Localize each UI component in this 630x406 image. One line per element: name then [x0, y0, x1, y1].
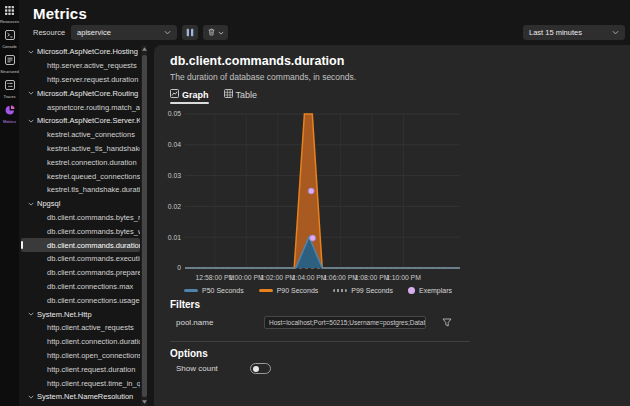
show-count-row: Show count	[176, 363, 271, 374]
resources-grid-icon	[5, 1, 14, 19]
tree-group-label: Microsoft.AspNetCore.Hosting	[37, 47, 138, 56]
tree-item[interactable]: kestrel.tls_handshake.duration	[21, 183, 140, 197]
time-range-select[interactable]: Last 15 minutes	[523, 25, 625, 40]
exemplar-swatch	[408, 287, 415, 294]
tree-item[interactable]: http.server.request.duration	[21, 73, 140, 87]
chevron-down-icon	[218, 31, 224, 35]
p99-swatch	[333, 289, 347, 292]
scroll-down-icon[interactable]	[141, 398, 147, 406]
tree-group-label: Npgsql	[37, 199, 60, 208]
metric-tree: Microsoft.AspNetCore.Hostinghttp.server.…	[19, 45, 141, 406]
sidebar-item-metrics[interactable]: Metrics	[0, 100, 19, 125]
metric-title: db.client.commands.duration	[170, 54, 344, 68]
nav-rail: Resources Console Structured Traces Metr…	[0, 0, 19, 406]
tree-item[interactable]: kestrel.queued_connections	[21, 169, 140, 183]
toolbar: Resource apiservice Last 15 minutes	[33, 25, 625, 40]
tree-item[interactable]: db.client.commands.prepared_ratio	[21, 266, 140, 280]
chevron-down-icon	[28, 91, 34, 95]
sidebar-item-console[interactable]: Console	[0, 25, 19, 50]
tree-item[interactable]: http.client.open_connections	[21, 349, 140, 363]
svg-text:1:08:00 PM: 1:08:00 PM	[355, 274, 390, 281]
tree-item[interactable]: http.client.connection.duration	[21, 335, 140, 349]
svg-text:0.02: 0.02	[168, 203, 181, 210]
tree-item-label: db.client.connections.usage	[47, 296, 140, 305]
tree-item-label: kestrel.tls_handshake.duration	[47, 185, 140, 194]
svg-text:0.03: 0.03	[168, 172, 181, 179]
tree-item-label: db.client.commands.executing	[47, 254, 140, 263]
tree-item-label: db.client.commands.bytes_read	[47, 213, 140, 222]
tab-table[interactable]: Table	[224, 89, 258, 104]
resource-label: Resource	[33, 28, 65, 37]
chevron-down-icon	[28, 202, 34, 206]
tree-group[interactable]: Npgsql	[21, 197, 140, 211]
tree-item[interactable]: db.client.commands.bytes_written	[21, 224, 140, 238]
chart-legend: P50 Seconds P90 Seconds P99 Seconds Exem…	[184, 287, 452, 294]
svg-text:0: 0	[177, 264, 181, 271]
svg-text:1:06:00 PM: 1:06:00 PM	[323, 274, 358, 281]
remove-metrics-split-button[interactable]	[203, 25, 228, 40]
svg-text:0.05: 0.05	[168, 110, 181, 117]
tree-item-label: kestrel.active_tls_handshakes	[47, 144, 140, 153]
tree-item-label: kestrel.connection.duration	[47, 158, 137, 167]
resource-select[interactable]: apiservice	[71, 25, 177, 40]
tree-item[interactable]: http.client.request.time_in_queue	[21, 376, 140, 390]
sidebar-item-label: Traces	[3, 95, 15, 99]
sidebar-item-resources[interactable]: Resources	[0, 0, 19, 25]
tree-item[interactable]: db.client.commands.duration	[21, 238, 140, 252]
tree-item[interactable]: db.client.commands.executing	[21, 252, 140, 266]
tree-item-label: http.client.request.duration	[47, 365, 135, 374]
tree-item[interactable]: kestrel.active_connections	[21, 128, 140, 142]
tab-graph[interactable]: Graph	[170, 89, 209, 104]
structured-logs-icon	[5, 51, 15, 69]
metric-detail-panel: db.client.commands.duration The duration…	[154, 45, 630, 406]
tree-group[interactable]: System.Net.NameResolution	[21, 390, 140, 404]
legend-label: Exemplars	[419, 287, 452, 294]
view-tabs: Graph Table	[170, 89, 257, 104]
tree-group[interactable]: Microsoft.AspNetCore.Routing	[21, 86, 140, 100]
tree-group-label: Microsoft.AspNetCore.Server.Kestrel	[37, 116, 140, 125]
tree-item[interactable]: aspnetcore.routing.match_attempts	[21, 100, 140, 114]
svg-text:1:02:00 PM: 1:02:00 PM	[260, 274, 295, 281]
tree-item[interactable]: kestrel.connection.duration	[21, 155, 140, 169]
svg-text:0.04: 0.04	[168, 141, 181, 148]
pause-incoming-data-button[interactable]	[182, 25, 198, 40]
tree-item[interactable]: db.client.connections.max	[21, 280, 140, 294]
tree-group[interactable]: Microsoft.AspNetCore.Server.Kestrel	[21, 114, 140, 128]
svg-text:1:04:00 PM: 1:04:00 PM	[292, 274, 327, 281]
tree-scrollbar[interactable]	[141, 45, 147, 406]
table-icon	[224, 89, 233, 100]
sidebar-item-label: Console	[2, 45, 17, 49]
scrollbar-thumb[interactable]	[142, 55, 147, 397]
tree-group[interactable]: Microsoft.AspNetCore.Hosting	[21, 45, 140, 59]
tree-item-label: http.client.open_connections	[47, 351, 140, 360]
page-title: Metrics	[33, 5, 87, 22]
sidebar-item-traces[interactable]: Traces	[0, 75, 19, 100]
tree-group-label: System.Net.NameResolution	[37, 392, 133, 401]
tree-item[interactable]: db.client.commands.bytes_read	[21, 211, 140, 225]
tree-item-label: http.client.connection.duration	[47, 337, 140, 346]
show-count-toggle[interactable]	[250, 363, 271, 374]
metrics-chart[interactable]: 12:58:00 PM1:00:00 PM1:02:00 PM1:04:00 P…	[162, 105, 472, 283]
tree-item[interactable]: db.client.connections.usage	[21, 293, 140, 307]
filter-value-select[interactable]: Host=localhost;Port=50215;Username=postg…	[264, 316, 426, 329]
filter-funnel-icon[interactable]	[442, 318, 452, 327]
tree-item[interactable]: kestrel.active_tls_handshakes	[21, 142, 140, 156]
tree-group[interactable]: System.Net.Http	[21, 307, 140, 321]
svg-text:1:10:00 PM: 1:10:00 PM	[386, 274, 421, 281]
tree-item[interactable]: http.client.active_requests	[21, 321, 140, 335]
tree-item-label: aspnetcore.routing.match_attempts	[47, 103, 140, 112]
legend-item-p99: P99 Seconds	[333, 287, 393, 294]
metrics-chart-icon	[5, 101, 15, 119]
legend-item-p90: P90 Seconds	[259, 287, 319, 294]
tree-item-label: http.server.request.duration	[47, 75, 138, 84]
svg-text:0.01: 0.01	[168, 234, 181, 241]
tab-label: Table	[236, 90, 258, 100]
section-divider	[170, 341, 470, 342]
chevron-down-icon	[28, 312, 34, 316]
scroll-up-icon[interactable]	[141, 45, 147, 53]
tree-item-label: db.client.commands.bytes_written	[47, 227, 140, 236]
tree-item[interactable]: http.client.request.duration	[21, 362, 140, 376]
tree-item-label: http.server.active_requests	[47, 61, 137, 70]
tree-item[interactable]: http.server.active_requests	[21, 59, 140, 73]
sidebar-item-structured[interactable]: Structured	[0, 50, 19, 75]
